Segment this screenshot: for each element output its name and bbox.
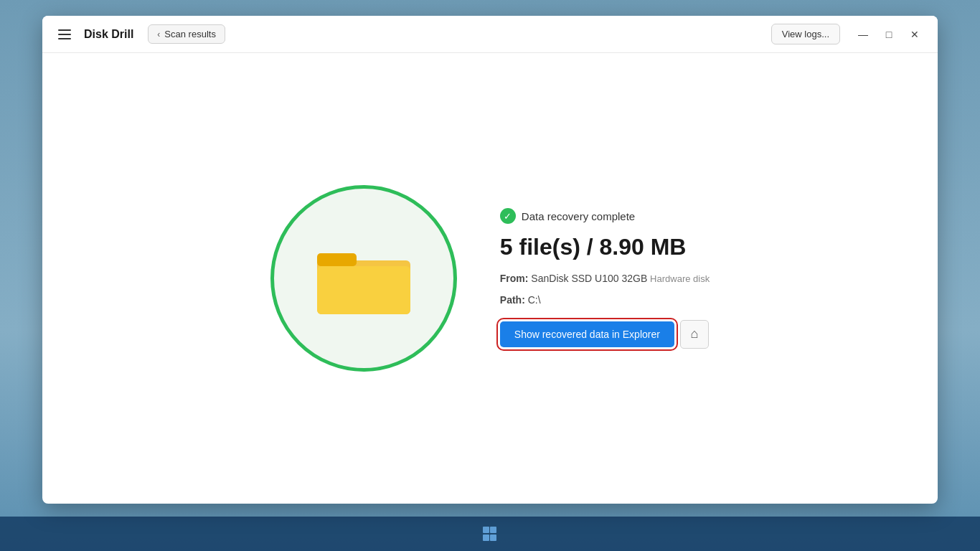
files-size-label: 5 file(s) / 8.90 MB <box>500 234 710 260</box>
recovery-info-panel: ✓ Data recovery complete 5 file(s) / 8.9… <box>500 208 710 349</box>
disk-type-label: Hardware disk <box>650 273 710 284</box>
title-bar: Disk Drill ‹ Scan results View logs... —… <box>42 16 938 53</box>
path-row: Path: C:\ <box>500 294 710 306</box>
back-arrow-icon: ‹ <box>157 29 160 39</box>
status-row: ✓ Data recovery complete <box>500 208 710 224</box>
breadcrumb-label: Scan results <box>164 29 216 39</box>
action-row: Show recovered data in Explorer ⌂ <box>500 320 710 349</box>
home-icon: ⌂ <box>690 326 698 342</box>
show-explorer-button[interactable]: Show recovered data in Explorer <box>500 321 674 347</box>
checkmark-icon: ✓ <box>500 208 516 224</box>
hamburger-menu-button[interactable] <box>54 25 75 44</box>
path-value: C:\ <box>528 294 541 306</box>
windows-logo-icon <box>483 527 497 541</box>
window-controls: — □ ✕ <box>852 23 926 46</box>
folder-circle-icon <box>270 185 457 372</box>
app-title: Disk Drill <box>84 28 133 41</box>
view-logs-button[interactable]: View logs... <box>771 24 840 44</box>
start-button[interactable] <box>476 519 504 548</box>
from-label: From: <box>500 273 532 284</box>
recovery-container: ✓ Data recovery complete 5 file(s) / 8.9… <box>270 185 710 372</box>
taskbar-icons <box>476 519 504 548</box>
home-button[interactable]: ⌂ <box>680 320 709 349</box>
path-label: Path: <box>500 294 528 306</box>
from-row: From: SanDisk SSD U100 32GB Hardware dis… <box>500 270 710 287</box>
taskbar <box>0 517 980 551</box>
breadcrumb-back-button[interactable]: ‹ Scan results <box>148 24 225 44</box>
folder-svg <box>314 239 414 318</box>
check-symbol: ✓ <box>504 211 512 222</box>
status-text: Data recovery complete <box>522 210 635 222</box>
from-value: SanDisk SSD U100 32GB <box>531 273 650 284</box>
main-content: ✓ Data recovery complete 5 file(s) / 8.9… <box>42 53 938 504</box>
svg-rect-1 <box>317 253 357 266</box>
maximize-button[interactable]: □ <box>877 23 900 46</box>
app-window: Disk Drill ‹ Scan results View logs... —… <box>42 16 938 504</box>
svg-rect-2 <box>317 266 410 314</box>
minimize-button[interactable]: — <box>852 23 875 46</box>
close-button[interactable]: ✕ <box>903 23 926 46</box>
